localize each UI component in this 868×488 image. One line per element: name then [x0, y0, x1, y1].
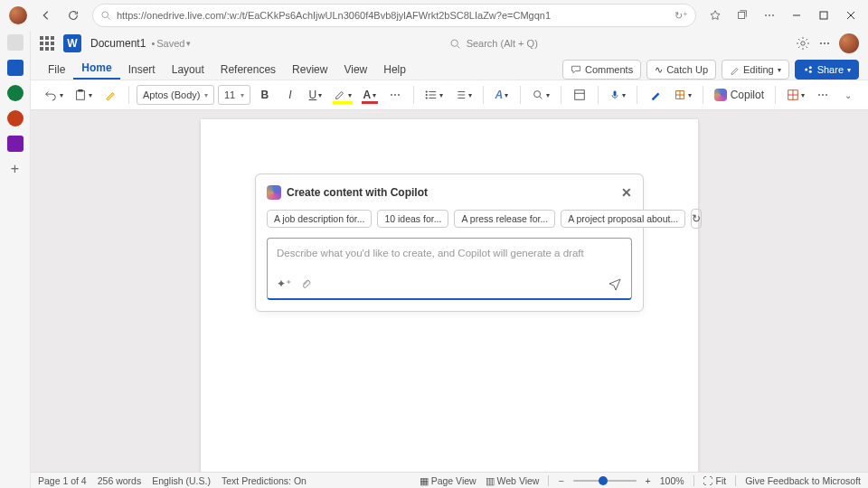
paste-button[interactable]: ▾	[71, 84, 96, 106]
tab-review[interactable]: Review	[284, 60, 335, 80]
document-name[interactable]: Document1	[90, 37, 146, 50]
editor-button[interactable]	[645, 84, 666, 106]
editing-button[interactable]: Editing▾	[722, 60, 789, 80]
table-grid-button[interactable]: ▾	[783, 84, 808, 106]
tab-layout[interactable]: Layout	[164, 60, 212, 80]
comments-button[interactable]: Comments	[562, 60, 641, 80]
suggestion-chip[interactable]: A press release for...	[454, 210, 555, 228]
word-count[interactable]: 256 words	[98, 475, 141, 486]
sidebar-tab-icon[interactable]	[7, 34, 24, 51]
underline-button[interactable]: U▾	[305, 84, 326, 106]
feedback-link[interactable]: Give Feedback to Microsoft	[745, 475, 861, 486]
sidebar-word-icon[interactable]	[7, 60, 24, 76]
more-font-icon[interactable]: ⋯	[384, 84, 406, 106]
back-button[interactable]	[33, 2, 60, 29]
svg-rect-9	[78, 89, 82, 92]
copilot-panel: Create content with Copilot ✕ A job desc…	[255, 174, 644, 312]
tab-insert[interactable]: Insert	[120, 60, 164, 80]
web-view-button[interactable]: ▥ Web View	[486, 475, 540, 486]
document-page[interactable]: Create content with Copilot ✕ A job desc…	[201, 119, 698, 472]
bullets-button[interactable]: ▾	[421, 84, 447, 106]
language-indicator[interactable]: English (U.S.)	[152, 475, 211, 486]
page-indicator[interactable]: Page 1 of 4	[38, 475, 87, 486]
collapse-ribbon-button[interactable]: ⌄	[837, 84, 859, 106]
fit-button[interactable]: ⛶ Fit	[703, 475, 727, 486]
svg-rect-15	[613, 91, 616, 97]
tab-references[interactable]: References	[212, 60, 284, 80]
copilot-logo-icon	[267, 185, 281, 200]
tab-help[interactable]: Help	[375, 60, 414, 80]
minimize-button[interactable]	[783, 2, 810, 29]
dictate-button[interactable]: ▾	[606, 84, 629, 106]
zoom-in-button[interactable]: +	[646, 475, 651, 486]
tab-home[interactable]: Home	[73, 58, 119, 80]
numbering-button[interactable]: ▾	[450, 84, 476, 106]
refresh-suggestions-button[interactable]: ↻	[691, 209, 702, 229]
url-text: https://onedrive.live.com/:w:/t/EaCKkPs6…	[117, 10, 551, 21]
refresh-button[interactable]	[60, 2, 87, 29]
collections-icon[interactable]	[729, 2, 756, 29]
ribbon-tabs: File Home Insert Layout References Revie…	[31, 56, 868, 80]
zoom-out-button[interactable]: −	[558, 475, 563, 486]
undo-button[interactable]: ▾	[40, 84, 67, 106]
highlight-button[interactable]: ▾	[330, 84, 355, 106]
sparkle-icon[interactable]: ✦⁺	[277, 277, 291, 290]
svg-rect-1	[739, 13, 745, 19]
document-canvas: Create content with Copilot ✕ A job desc…	[31, 110, 868, 472]
browser-profile-icon[interactable]	[9, 6, 27, 24]
svg-rect-8	[77, 91, 85, 100]
settings-icon[interactable]	[796, 36, 810, 51]
tab-file[interactable]: File	[40, 60, 73, 80]
bold-button[interactable]: B	[254, 84, 276, 106]
share-button[interactable]: Share▾	[795, 60, 859, 80]
suggestion-chip[interactable]: A project proposal about...	[561, 210, 685, 228]
app-launcher-icon[interactable]	[40, 36, 54, 51]
user-avatar[interactable]	[839, 33, 859, 53]
sidebar-add-icon[interactable]: +	[11, 161, 19, 177]
styles-button[interactable]: A▾	[491, 84, 513, 106]
address-bar[interactable]: https://onedrive.live.com/:w:/t/EaCKkPs6…	[92, 4, 696, 27]
search-icon	[449, 38, 461, 50]
tab-view[interactable]: View	[335, 60, 375, 80]
maximize-button[interactable]	[810, 2, 837, 29]
sidebar-excel-icon[interactable]	[7, 85, 24, 101]
svg-point-11	[426, 94, 428, 96]
close-icon[interactable]: ✕	[621, 185, 632, 200]
menu-icon[interactable]: ⋯	[756, 2, 783, 29]
suggestion-chip[interactable]: 10 ideas for...	[377, 210, 448, 228]
italic-button[interactable]: I	[279, 84, 301, 106]
svg-rect-2	[820, 12, 827, 19]
font-size-selector[interactable]: 11▾	[218, 85, 250, 105]
text-predictions[interactable]: Text Predictions: On	[222, 475, 307, 486]
suggestion-chip[interactable]: A job description for...	[267, 210, 372, 228]
copilot-button[interactable]: Copilot	[711, 84, 768, 106]
send-button[interactable]	[608, 277, 622, 291]
status-bar: Page 1 of 4 256 words English (U.S.) Tex…	[31, 472, 868, 488]
app-title-bar: W Document1 •Saved ▾ Search (Alt + Q) ⋯	[31, 31, 868, 56]
sidebar-onenote-icon[interactable]	[7, 136, 24, 152]
word-logo-icon[interactable]: W	[63, 34, 81, 52]
sidebar-powerpoint-icon[interactable]	[7, 110, 24, 127]
find-button[interactable]: ▾	[528, 84, 553, 106]
svg-point-0	[102, 12, 108, 18]
font-selector[interactable]: Aptos (Body)▾	[137, 85, 214, 105]
zoom-slider[interactable]	[573, 480, 637, 482]
read-aloud-icon[interactable]: ↻⁺	[675, 10, 688, 22]
page-view-button[interactable]: ▦ Page View	[420, 475, 476, 486]
svg-point-3	[451, 40, 458, 46]
search-input[interactable]: Search (Alt + Q)	[449, 38, 538, 50]
ribbon-toolbar: ▾ ▾ Aptos (Body)▾ 11▾ B I U▾ ▾ A▾ ⋯ ▾ ▾ …	[31, 80, 868, 110]
font-color-button[interactable]: A▾	[359, 84, 381, 106]
browser-titlebar: https://onedrive.live.com/:w:/t/EaCKkPs6…	[0, 0, 868, 31]
favorites-icon[interactable]	[702, 2, 729, 29]
add-ins-button[interactable]: ▾	[670, 84, 695, 106]
catchup-button[interactable]: ∿Catch Up	[646, 60, 716, 80]
designer-button[interactable]	[569, 84, 590, 106]
attach-icon[interactable]	[300, 278, 312, 290]
more-ribbon-icon[interactable]: ⋯	[812, 84, 834, 106]
format-painter-button[interactable]	[99, 84, 121, 106]
more-icon[interactable]: ⋯	[819, 37, 830, 50]
close-button[interactable]	[837, 2, 864, 29]
zoom-level[interactable]: 100%	[660, 475, 684, 486]
copilot-input[interactable]: Describe what you'd like to create, and …	[267, 238, 632, 300]
